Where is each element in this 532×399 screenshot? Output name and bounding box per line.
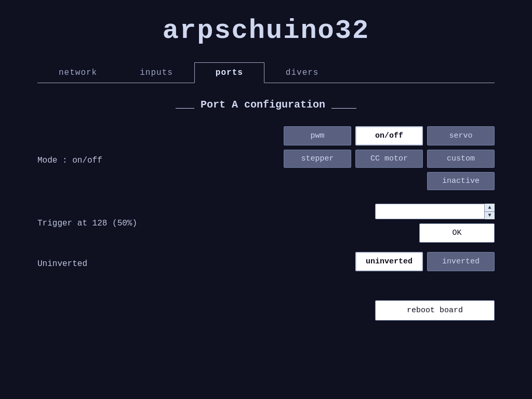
mode-btn-onoff[interactable]: on/off: [355, 126, 423, 145]
invert-btn-uninverted[interactable]: uninverted: [355, 252, 423, 271]
invert-controls: uninverted inverted: [193, 252, 495, 275]
invert-row: Uninverted uninverted inverted: [37, 252, 495, 275]
spinbox-down-arrow[interactable]: ▼: [485, 212, 495, 220]
trigger-controls: ▲ ▼ OK: [193, 204, 495, 243]
reboot-button[interactable]: reboot board: [375, 300, 495, 321]
mode-row: Mode : on/off pwm on/off servo stepper C…: [37, 126, 495, 194]
mode-btn-stepper[interactable]: stepper: [284, 150, 351, 168]
mode-buttons-row2: stepper CC motor custom: [284, 150, 495, 168]
mode-btn-pwm[interactable]: pwm: [284, 126, 351, 145]
mode-btn-custom[interactable]: custom: [427, 150, 495, 168]
section-title: ___ Port A configuration ____: [37, 99, 495, 111]
tab-ports[interactable]: ports: [194, 62, 264, 83]
invert-label: Uninverted: [37, 259, 193, 269]
app-title: arpschuino32: [163, 16, 369, 46]
trigger-input[interactable]: [375, 204, 495, 219]
mode-buttons-row1: pwm on/off servo: [284, 126, 495, 145]
spinbox-arrows: ▲ ▼: [484, 204, 495, 219]
ok-button[interactable]: OK: [419, 223, 495, 243]
mode-btn-ccmotor[interactable]: CC motor: [355, 150, 423, 168]
tab-bar: network inputs ports divers: [37, 62, 495, 83]
main-content: ___ Port A configuration ____ Mode : on/…: [37, 99, 495, 321]
trigger-spinbox: ▲ ▼: [375, 204, 495, 219]
mode-controls: pwm on/off servo stepper CC motor custom…: [193, 126, 495, 194]
trigger-label: Trigger at 128 (50%): [37, 219, 193, 228]
trigger-row: Trigger at 128 (50%) ▲ ▼ OK: [37, 204, 495, 243]
mode-buttons-row3: inactive: [427, 172, 495, 190]
tab-divers[interactable]: divers: [264, 62, 340, 83]
tab-inputs[interactable]: inputs: [118, 62, 194, 83]
spinbox-up-arrow[interactable]: ▲: [485, 204, 495, 212]
invert-buttons-row: uninverted inverted: [355, 252, 495, 271]
invert-btn-inverted[interactable]: inverted: [427, 252, 495, 271]
tab-network[interactable]: network: [37, 62, 118, 83]
mode-btn-inactive[interactable]: inactive: [427, 172, 495, 190]
mode-btn-servo[interactable]: servo: [427, 126, 495, 145]
mode-label: Mode : on/off: [37, 156, 193, 165]
